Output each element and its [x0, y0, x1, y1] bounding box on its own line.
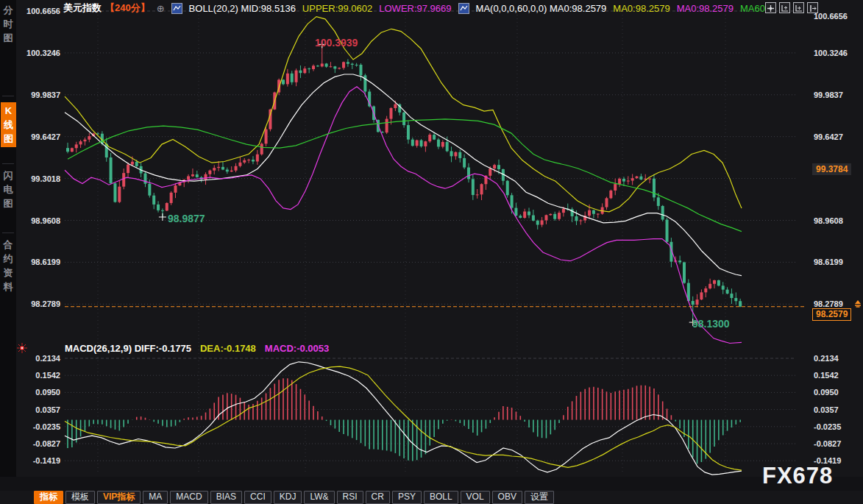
sidebar-tab-1[interactable]: 分时图 [0, 3, 16, 45]
toolbar-button-VOL[interactable]: VOL [461, 491, 490, 504]
reference-price-badge: 99.3784 [812, 163, 851, 175]
sidebar-divider [2, 163, 14, 164]
toolbar-button-LW&[interactable]: LW& [304, 491, 334, 504]
ma-legend: MA(0,0,0,60,0,0) MA0:98.2579MA0:98.2579M… [476, 3, 773, 14]
ma-legend-item-1: MA(0,0,0,60,0,0) MA0:98.2579 [476, 3, 607, 14]
toolbar-button-MACD[interactable]: MACD [170, 491, 207, 504]
boll-legend-item-2: UPPER:99.0602 [302, 3, 372, 14]
last-price-badge: 98.2579 [812, 308, 851, 321]
axis-zoom-out-icon[interactable] [793, 2, 804, 13]
price-chart-canvas[interactable] [0, 0, 863, 477]
pan-right-icon[interactable] [807, 2, 818, 13]
interval-title: 【240分】 [105, 1, 150, 15]
toolbar-button-MA[interactable]: MA [143, 491, 168, 504]
chart-header-legend: 美元指数 【240分】 ⊕ BOLL(20,2) MID:98.5136UPPE… [63, 2, 773, 14]
ma-indicator-icon[interactable] [458, 3, 469, 14]
sidebar-tab-4[interactable]: 合约资料 [0, 238, 16, 294]
sidebar-tab-3[interactable]: 闪电图 [0, 168, 16, 210]
toolbar-button-指标[interactable]: 指标 [34, 491, 63, 504]
toolbar-button-模板[interactable]: 模板 [65, 491, 95, 504]
toolbar-button-PSY[interactable]: PSY [392, 491, 422, 504]
ma-legend-item-2: MA0:98.2579 [613, 3, 670, 14]
price-up-arrow-icon [853, 298, 862, 311]
add-indicator-icon[interactable]: ⊕ [157, 4, 165, 13]
macd-legend-item-1: MACD(26,12,9) DIFF:-0.1775 [65, 343, 191, 354]
toolbar-button-CCI[interactable]: CCI [244, 491, 271, 504]
boll-indicator-icon[interactable] [171, 3, 182, 14]
macd-legend-item-2: DEA:-0.1748 [200, 343, 256, 354]
toolbar-button-KDJ[interactable]: KDJ [274, 491, 302, 504]
boll-legend-item-3: LOWER:97.9669 [379, 3, 451, 14]
crosshair-icon[interactable] [765, 2, 776, 13]
trading-app-window: 分时图K线图闪电图合约资料 美元指数 【240分】 ⊕ BOLL(20,2) M… [0, 0, 863, 504]
toolbar-button-BIAS[interactable]: BIAS [210, 491, 242, 504]
toolbar-button-OBV[interactable]: OBV [492, 491, 522, 504]
sidebar-divider [2, 96, 14, 96]
swing-low-price-label: 98.9877 [168, 213, 205, 224]
toolbar-button-VIP指标[interactable]: VIP指标 [97, 491, 141, 504]
macd-legend: MACD(26,12,9) DIFF:-0.1775DEA:-0.1748MAC… [65, 343, 329, 354]
toolbar-button-RSI[interactable]: RSI [337, 491, 363, 504]
sidebar-tab-2[interactable]: K线图 [1, 102, 16, 147]
toolbar-button-设置[interactable]: 设置 [525, 491, 554, 504]
alert-dot-icon[interactable] [16, 342, 28, 357]
low-price-label: 98.1300 [692, 318, 730, 330]
high-price-label: 100.3939 [315, 37, 358, 49]
macd-legend-item-3: MACD:-0.0053 [265, 343, 329, 354]
chart-type-sidebar: 分时图K线图闪电图合约资料 [0, 0, 16, 477]
boll-legend: BOLL(20,2) MID:98.5136UPPER:99.0602LOWER… [189, 3, 452, 14]
toolbar-button-CR[interactable]: CR [366, 491, 390, 504]
axis-zoom-in-icon[interactable] [779, 2, 790, 13]
watermark-logo: FX678 [762, 463, 833, 489]
toolbar-button-BOLL[interactable]: BOLL [424, 491, 458, 504]
ma-legend-item-3: MA0:98.2579 [677, 3, 734, 14]
indicator-toolbar: 指标模板VIP指标MAMACDBIASCCIKDJLW&RSICRPSYBOLL… [34, 491, 554, 504]
instrument-title: 美元指数 [63, 1, 102, 15]
chart-tool-icons [765, 2, 818, 13]
sidebar-divider [2, 233, 14, 233]
boll-legend-item-1: BOLL(20,2) MID:98.5136 [189, 3, 296, 14]
time-axis: 240分 ▲ 11/1111/1511/2112/0312/0912/13 20… [0, 477, 863, 491]
